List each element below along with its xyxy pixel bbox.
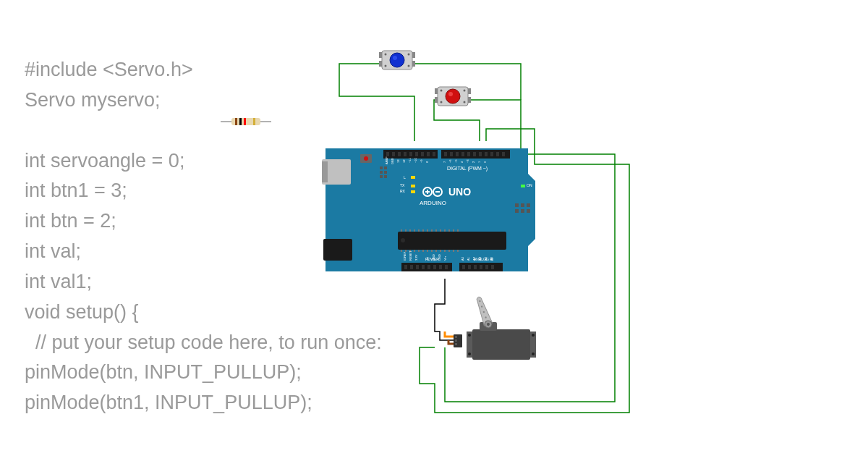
svg-text:GND: GND (391, 158, 394, 164)
svg-rect-56 (401, 263, 452, 271)
svg-rect-96 (440, 250, 441, 252)
svg-rect-39 (404, 152, 407, 156)
svg-rect-77 (418, 229, 420, 232)
svg-point-101 (401, 238, 405, 242)
svg-point-17 (408, 65, 410, 67)
svg-text:~6: ~6 (448, 159, 452, 163)
svg-rect-102 (515, 203, 519, 207)
wire-red-button-left (434, 100, 480, 141)
svg-rect-113 (384, 175, 387, 178)
svg-rect-78 (422, 229, 424, 232)
svg-text:12: 12 (402, 159, 406, 163)
push-button-red[interactable] (435, 87, 471, 106)
svg-rect-155 (455, 343, 457, 345)
svg-rect-19 (468, 97, 471, 103)
svg-text:3.3V: 3.3V (414, 254, 418, 261)
svg-rect-36 (386, 152, 389, 156)
svg-rect-106 (521, 209, 524, 213)
svg-rect-60 (416, 265, 419, 269)
svg-rect-41 (415, 152, 418, 156)
svg-rect-91 (418, 250, 420, 252)
svg-rect-7 (379, 61, 382, 67)
svg-rect-8 (412, 61, 415, 67)
svg-rect-76 (414, 229, 415, 232)
svg-text:5V: 5V (426, 257, 430, 261)
svg-rect-111 (384, 171, 387, 174)
svg-rect-116 (411, 190, 415, 193)
svg-rect-80 (431, 229, 433, 232)
svg-rect-46 (450, 152, 453, 156)
svg-text:A4: A4 (484, 256, 488, 261)
wire-servo-gnd (435, 279, 459, 340)
svg-point-160 (468, 352, 471, 355)
svg-point-14 (385, 54, 387, 56)
svg-rect-54 (496, 152, 499, 156)
svg-text:A0: A0 (461, 256, 464, 261)
svg-rect-6 (253, 118, 255, 125)
svg-rect-81 (435, 229, 437, 232)
svg-rect-9 (379, 52, 382, 58)
svg-rect-90 (414, 250, 415, 252)
svg-rect-97 (444, 250, 446, 252)
svg-text:GND: GND (438, 254, 441, 261)
arduino-uno[interactable]: UNO ARDUINO DIGITAL (PWM ~) L TX RX ON A… (322, 148, 535, 271)
svg-text:A5: A5 (490, 256, 493, 261)
svg-rect-30 (322, 161, 328, 182)
svg-rect-83 (444, 229, 446, 232)
svg-rect-92 (422, 250, 424, 252)
svg-rect-98 (448, 250, 450, 252)
svg-point-13 (393, 56, 397, 60)
svg-rect-105 (515, 209, 519, 213)
svg-rect-31 (323, 239, 352, 261)
svg-text:RESET: RESET (409, 250, 412, 261)
svg-rect-84 (448, 229, 450, 232)
svg-rect-74 (405, 229, 407, 232)
svg-point-28 (464, 101, 466, 104)
svg-text:A1: A1 (467, 256, 470, 261)
svg-rect-153 (455, 336, 457, 338)
svg-rect-53 (490, 152, 493, 156)
svg-rect-115 (411, 185, 415, 187)
svg-rect-67 (468, 265, 471, 269)
svg-rect-21 (468, 88, 471, 94)
svg-rect-18 (435, 97, 438, 103)
svg-point-12 (390, 53, 404, 67)
svg-text:A2: A2 (472, 256, 476, 261)
svg-rect-99 (453, 250, 454, 252)
servo-motor[interactable] (454, 295, 536, 360)
svg-rect-104 (527, 203, 530, 207)
wire-blue-button-left (339, 64, 414, 141)
svg-rect-68 (474, 265, 477, 269)
svg-rect-87 (401, 250, 402, 252)
svg-rect-42 (421, 152, 424, 156)
svg-rect-107 (527, 209, 530, 213)
svg-point-161 (532, 334, 535, 337)
svg-rect-40 (409, 152, 412, 156)
svg-rect-5 (244, 118, 246, 125)
resistor[interactable] (221, 118, 271, 125)
svg-rect-20 (435, 88, 438, 94)
svg-rect-72 (398, 232, 506, 250)
svg-text:Vin: Vin (443, 256, 447, 261)
svg-text:13: 13 (396, 159, 400, 163)
svg-text:AREF: AREF (385, 156, 388, 164)
svg-rect-61 (422, 265, 425, 269)
svg-rect-112 (380, 175, 383, 178)
svg-rect-69 (480, 265, 482, 269)
svg-text:A3: A3 (478, 256, 482, 261)
svg-rect-66 (462, 265, 465, 269)
push-button-blue[interactable] (379, 51, 415, 69)
l-label: L (404, 175, 406, 180)
svg-rect-73 (401, 229, 402, 232)
svg-rect-82 (440, 229, 441, 232)
svg-rect-85 (453, 229, 454, 232)
rx-label: RX (400, 189, 406, 193)
svg-point-24 (448, 92, 453, 96)
svg-rect-4 (239, 118, 242, 125)
svg-rect-114 (411, 176, 415, 179)
svg-rect-86 (457, 229, 459, 232)
svg-text:~9: ~9 (420, 159, 423, 163)
svg-rect-59 (410, 265, 413, 269)
svg-rect-100 (457, 250, 459, 252)
svg-rect-108 (380, 166, 383, 169)
